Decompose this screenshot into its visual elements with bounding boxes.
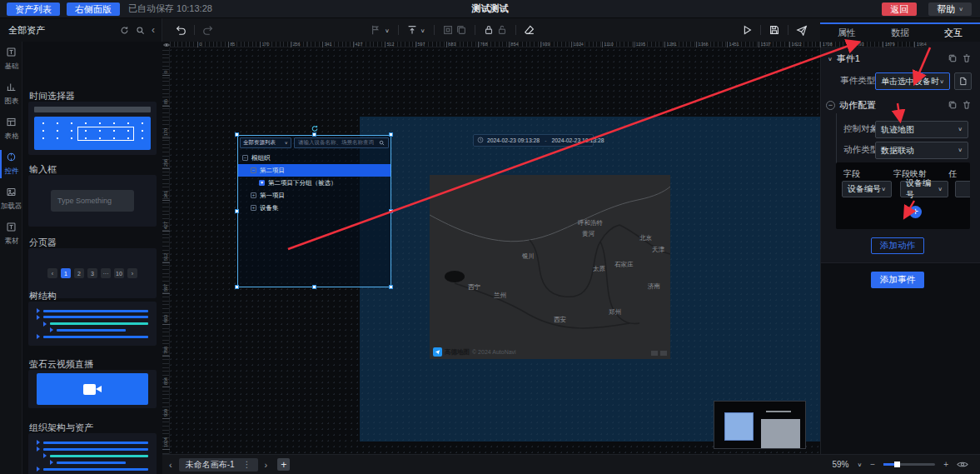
timepicker-panel-preview [34, 117, 151, 150]
tab-menu-icon[interactable]: ⋮ [243, 460, 251, 469]
tree-node[interactable]: +第一项目 [237, 189, 391, 202]
zoom-in-icon[interactable]: + [943, 460, 948, 469]
tab-数据[interactable]: 数据 [873, 24, 927, 42]
resize-handle[interactable] [312, 132, 316, 137]
align-flag-icon[interactable] [370, 23, 383, 37]
field-dropdown[interactable]: 设备编号∨ [842, 181, 892, 197]
ruler-tick [634, 42, 634, 47]
zoom-out-icon[interactable]: − [870, 460, 875, 469]
third-field-dropdown[interactable] [955, 181, 970, 197]
zoom-slider-handle[interactable] [894, 462, 900, 467]
ruler-number: 85 [163, 99, 167, 104]
tree-expander-arrow-icon[interactable]: ▾ [259, 180, 265, 186]
undo-icon[interactable] [174, 23, 187, 37]
tree-filter-dropdown[interactable]: 全部资源列表∨ [240, 137, 291, 148]
add-canvas-button[interactable]: + [277, 458, 290, 471]
ruler-number: 1281 [667, 42, 677, 46]
tree-search-input[interactable]: 请输入设备名称、场景名称查询 [294, 137, 389, 148]
collapse-section-icon[interactable]: − [826, 101, 835, 110]
duplicate-icon[interactable] [455, 23, 468, 37]
action-type-dropdown[interactable]: 数据联动∨ [875, 142, 968, 159]
rail-item-素材[interactable]: 素材 [0, 217, 22, 252]
tab-属性[interactable]: 属性 [820, 24, 873, 42]
next-canvas-icon[interactable]: › [265, 460, 268, 470]
ruler-number: 170 [163, 128, 167, 136]
group-icon[interactable] [441, 23, 455, 37]
date-range-picker-widget[interactable]: 2024-02-23 09:13:28 - 2024-02-23 10:13:2… [473, 134, 594, 147]
amap-logo-icon [433, 347, 442, 357]
component-card-tree[interactable] [28, 302, 157, 346]
asset-list-button[interactable]: 资产列表 [7, 2, 60, 16]
zoom-percent[interactable]: 59% [832, 460, 848, 469]
right-panel-button[interactable]: 右侧面版 [67, 2, 120, 16]
ruler-number: 512 [163, 253, 167, 261]
publish-icon[interactable] [795, 23, 808, 37]
rail-item-表格[interactable]: 表格 [0, 112, 22, 147]
collapse-panel-icon[interactable]: ‹ [152, 24, 155, 36]
tree-node[interactable]: −第二项目 [237, 164, 391, 177]
component-card-timepicker[interactable] [28, 102, 157, 155]
ruler-tick [602, 42, 603, 47]
preview-eye-icon[interactable] [957, 461, 968, 468]
chevron-down-icon[interactable]: ∨ [828, 55, 833, 61]
delete-action-icon[interactable] [962, 100, 972, 110]
rail-item-基础[interactable]: 基础 [0, 42, 22, 77]
play-icon[interactable] [740, 23, 754, 37]
ruler-number: 1879 [885, 42, 895, 46]
component-card-input[interactable]: Type Something [28, 175, 157, 227]
copy-action-icon[interactable] [948, 100, 958, 110]
tree-node[interactable]: ▾第二项目下分组（被选） [237, 177, 391, 189]
align-top-icon[interactable] [405, 23, 419, 37]
help-button[interactable]: 帮助∨ [928, 2, 972, 16]
rail-item-图表[interactable]: 图表 [0, 77, 22, 112]
tab-交互[interactable]: 交互 [927, 24, 980, 42]
chevron-down-icon: ∨ [958, 127, 963, 132]
save-icon[interactable] [768, 23, 781, 37]
field-mapping-dropdown[interactable]: 设备编号∨ [900, 181, 948, 197]
chevron-down-icon: ∨ [285, 141, 288, 146]
eraser-icon[interactable] [523, 23, 536, 37]
zoom-slider[interactable] [883, 463, 935, 466]
delete-event-icon[interactable] [962, 53, 972, 63]
toolbar-divider [475, 25, 475, 35]
component-card-tree[interactable] [28, 433, 157, 474]
ruler-visibility-eye-icon[interactable] [162, 42, 170, 47]
rail-item-加载器[interactable]: 加载器 [0, 182, 22, 217]
tree-node[interactable]: +设备集 [237, 202, 391, 214]
prev-canvas-icon[interactable]: ‹ [169, 460, 172, 470]
resize-handle[interactable] [389, 132, 393, 137]
add-action-button[interactable]: 添加动作 [871, 237, 924, 254]
copy-event-icon[interactable] [948, 53, 958, 63]
event-code-button[interactable] [954, 72, 972, 90]
device-tree-widget[interactable]: 全部资源列表∨ 请输入设备名称、场景名称查询 −根组织−第二项目▾第二项目下分组… [237, 135, 391, 287]
rail-item-控件[interactable]: 控件 [0, 147, 22, 182]
ruler-number: 854 [511, 42, 519, 46]
track-map-widget[interactable]: 呼和浩特黄河北京天津银川石家庄太原济南西宁兰州郑州西安 高德地图 © 2024 … [430, 175, 670, 359]
minimap[interactable] [714, 401, 806, 449]
resize-handle[interactable] [235, 285, 239, 289]
component-card-video[interactable] [28, 370, 157, 408]
tree-expander-minus-icon[interactable]: − [242, 155, 248, 161]
control-object-dropdown[interactable]: 轨迹地图∨ [875, 121, 968, 138]
search-icon[interactable] [136, 26, 145, 35]
event-type-dropdown[interactable]: 单击选中设备时∨ [875, 72, 950, 90]
map-controls[interactable] [651, 351, 667, 356]
resize-handle[interactable] [235, 209, 239, 213]
add-field-row-button[interactable]: + [909, 206, 922, 218]
tree-expander-plus-icon[interactable]: + [251, 205, 256, 211]
resize-handle[interactable] [312, 285, 316, 289]
redo-icon[interactable] [201, 23, 215, 37]
tree-expander-minus-icon[interactable]: − [251, 167, 256, 173]
add-event-button[interactable]: 添加事件 [871, 272, 924, 288]
lock-icon[interactable] [482, 23, 495, 37]
tree-expander-plus-icon[interactable]: + [251, 192, 256, 198]
back-button[interactable]: 返回 [882, 2, 917, 16]
resize-handle[interactable] [389, 209, 393, 213]
unlock-icon[interactable] [495, 23, 509, 37]
canvas-tab[interactable]: 未命名画布-1 ⋮ [179, 458, 258, 472]
resize-handle[interactable] [235, 132, 239, 137]
rail-item-label: 基础 [4, 61, 18, 71]
refresh-icon[interactable] [120, 26, 129, 35]
tree-node[interactable]: −根组织 [237, 152, 391, 164]
resize-handle[interactable] [389, 285, 393, 289]
